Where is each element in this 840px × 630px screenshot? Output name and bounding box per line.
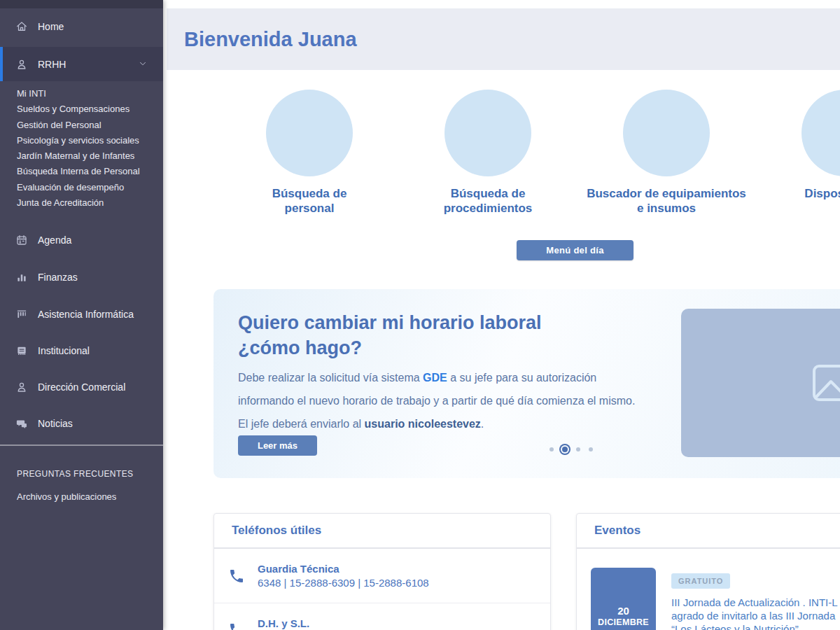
sidebar-item-finanzas[interactable]: Finanzas	[0, 265, 163, 290]
chevron-down-icon	[138, 59, 148, 69]
event-item: 20 DICIEMBRE GRATUITO III Jornada de Act…	[577, 549, 840, 630]
gde-link[interactable]: GDE	[423, 372, 447, 384]
home-icon	[15, 20, 28, 33]
menu-del-dia-button[interactable]: Menú del día	[517, 240, 634, 260]
sidebar-item-label: Finanzas	[38, 272, 78, 283]
rrhh-submenu: Mi INTI Sueldos y Compensaciones Gestión…	[17, 86, 157, 211]
shortcut-label: Búsqueda de personal	[257, 186, 362, 216]
faq-title: Quiero cambiar mi horario laboral ¿cómo …	[238, 310, 602, 360]
submenu-item-jardin[interactable]: Jardín Maternal y de Infantes	[17, 148, 157, 164]
event-title-line[interactable]: agrado de invitarlo a las III Jornada	[671, 609, 838, 622]
chat-bubbles-icon	[15, 417, 28, 430]
carousel-dots	[550, 447, 593, 452]
sidebar-item-label: RRHH	[38, 59, 66, 70]
card-header: Eventos	[577, 514, 840, 549]
sidebar-item-label: Home	[38, 21, 64, 32]
submenu-item-busqueda-interna[interactable]: Búsqueda Interna de Personal	[17, 164, 157, 179]
faq-user-highlight: usuario nicoleestevez	[365, 418, 481, 430]
phone-entry-numbers: 6348 | 15-2888-6309 | 15-2888-6108	[258, 577, 429, 589]
bar-chart-icon	[15, 271, 28, 284]
sidebar-item-home[interactable]: Home	[0, 8, 163, 45]
sidebar-item-label: Agenda	[38, 234, 71, 246]
shortcut-circle-icon	[802, 90, 840, 176]
sidebar: Home RRHH Mi INTI Sueldos y Compensacion…	[0, 0, 163, 630]
person-icon	[15, 58, 28, 71]
telefonos-utiles-card: Teléfonos útiles Guardia Técnica 6348 | …	[214, 513, 551, 630]
sidebar-item-agenda[interactable]: Agenda	[0, 227, 163, 253]
sidebar-item-noticias[interactable]: Noticias	[0, 411, 163, 436]
shortcut-label: Disposiciones	[764, 186, 840, 201]
submenu-item-evaluacion[interactable]: Evaluación de desempeño	[17, 180, 157, 195]
card-header: Teléfonos útiles	[214, 514, 550, 549]
submenu-item-sueldos[interactable]: Sueldos y Compensaciones	[17, 102, 157, 117]
sidebar-item-archivos-publicaciones[interactable]: Archivos y publicaciones	[17, 491, 116, 502]
sidebar-item-label: Noticias	[38, 418, 73, 429]
shortcut-label: Buscador de equipamientos e insumos	[587, 186, 746, 216]
sidebar-divider	[0, 444, 163, 446]
shortcut-circle-icon	[444, 90, 531, 176]
carousel-dot-3[interactable]	[576, 447, 580, 451]
phone-entry-text: Guardia Técnica 6348 | 15-2888-6309 | 15…	[258, 563, 429, 589]
shortcut-circle-icon	[623, 90, 710, 176]
event-info: GRATUITO III Jornada de Actualización . …	[671, 568, 838, 630]
page-header: Bienvenida Juana	[167, 8, 840, 70]
barcode-keyboard-icon	[15, 308, 28, 321]
sidebar-item-asistencia-informatica[interactable]: Asistencia Informática	[0, 302, 163, 327]
event-day: 20	[617, 605, 629, 617]
card-title: Eventos	[594, 524, 640, 538]
phone-entry-text: D.H. y S.L. 6510 / 6204 / 6117 | 4724 62…	[258, 617, 402, 630]
shortcut-buscador-equipamientos[interactable]: Buscador de equipamientos e insumos	[582, 90, 750, 216]
event-title-line[interactable]: “Los Lácteos y la Nutrición”	[671, 622, 838, 630]
intranet-page: Home RRHH Mi INTI Sueldos y Compensacion…	[0, 0, 840, 630]
person-icon	[15, 381, 28, 393]
sidebar-item-preguntas-frecuentes[interactable]: PREGUNTAS FRECUENTES	[17, 469, 133, 479]
sidebar-item-institucional[interactable]: Institucional	[0, 338, 163, 363]
carousel-dot-4[interactable]	[589, 447, 593, 451]
calendar-icon	[15, 234, 28, 246]
sidebar-top-strip	[0, 0, 163, 8]
faq-body-text: Debe realizar la solicitud vía sistema	[238, 372, 423, 384]
sidebar-item-rrhh[interactable]: RRHH	[0, 47, 163, 81]
shortcut-busqueda-personal[interactable]: Búsqueda de personal	[225, 90, 393, 216]
card-title: Teléfonos útiles	[232, 524, 321, 538]
event-title-line[interactable]: III Jornada de Actualización . INTI-L	[671, 596, 838, 609]
sidebar-item-label: Institucional	[38, 345, 90, 356]
shortcut-disposiciones[interactable]: Disposiciones	[761, 90, 840, 201]
event-month: DICIEMBRE	[598, 617, 649, 627]
phone-entry-dh-sl[interactable]: D.H. y S.L. 6510 / 6204 / 6117 | 4724 62…	[214, 603, 550, 630]
event-badge-gratuito: GRATUITO	[671, 573, 730, 589]
submenu-item-gestion-personal[interactable]: Gestión del Personal	[17, 118, 157, 133]
submenu-item-mi-inti[interactable]: Mi INTI	[17, 86, 157, 102]
faq-body: Debe realizar la solicitud vía sistema G…	[238, 366, 640, 435]
sidebar-item-direccion-comercial[interactable]: Dirección Comercial	[0, 374, 163, 400]
shortcut-busqueda-procedimientos[interactable]: Búsqueda de procedimientos	[404, 90, 572, 216]
phone-entry-guardia-tecnica[interactable]: Guardia Técnica 6348 | 15-2888-6309 | 15…	[214, 549, 550, 603]
faq-carousel-card: Quiero cambiar mi horario laboral ¿cómo …	[214, 289, 840, 478]
submenu-item-psicologia[interactable]: Psicología y servicios sociales	[17, 133, 157, 148]
phone-entry-name: Guardia Técnica	[258, 563, 429, 575]
shortcut-label: Búsqueda de procedimientos	[427, 186, 550, 216]
image-icon	[811, 363, 840, 403]
carousel-dot-1[interactable]	[550, 447, 554, 451]
page-title: Bienvenida Juana	[184, 28, 357, 51]
event-date-tile[interactable]: 20 DICIEMBRE	[591, 568, 656, 630]
document-receipt-icon	[15, 344, 28, 357]
sidebar-item-label: Dirección Comercial	[38, 382, 125, 393]
leer-mas-button[interactable]: Leer más	[238, 435, 317, 456]
phone-icon	[228, 622, 245, 630]
submenu-item-junta[interactable]: Junta de Acreditación	[17, 195, 157, 211]
sidebar-item-label: Asistencia Informática	[38, 309, 134, 320]
faq-body-text: .	[481, 418, 484, 430]
eventos-card: Eventos 20 DICIEMBRE GRATUITO III Jornad…	[576, 513, 840, 630]
phone-entry-name: D.H. y S.L.	[258, 617, 402, 629]
carousel-dot-2-active[interactable]	[562, 447, 568, 452]
carousel-image-placeholder	[681, 309, 840, 457]
phone-icon	[228, 568, 245, 584]
shortcut-circle-icon	[266, 90, 353, 176]
